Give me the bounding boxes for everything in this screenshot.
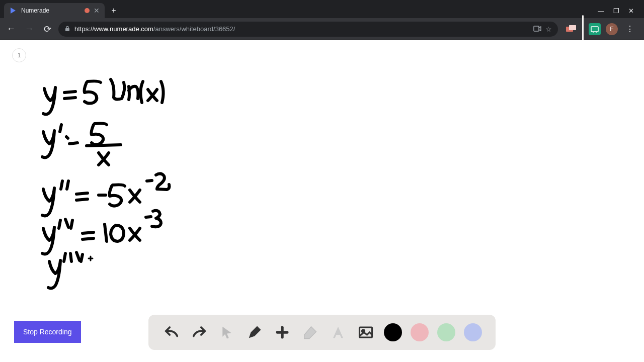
text-tool[interactable] <box>329 323 348 342</box>
color-blue[interactable] <box>464 323 482 341</box>
media-indicator-icon[interactable] <box>533 25 541 33</box>
url-text: https://www.numerade.com/answers/whitebo… <box>74 25 529 33</box>
nav-back-button[interactable]: ← <box>4 22 18 36</box>
profile-avatar[interactable]: F <box>606 23 618 35</box>
color-pink[interactable] <box>411 323 429 341</box>
svg-rect-2 <box>534 26 539 31</box>
tab-close-button[interactable]: ✕ <box>94 7 100 15</box>
handwriting-line-3 <box>42 173 170 216</box>
nav-reload-button[interactable]: ⟳ <box>40 22 54 36</box>
tab-recording-indicator <box>85 8 90 13</box>
svg-rect-6 <box>591 27 598 32</box>
page-content: 1 <box>0 40 644 362</box>
add-tool[interactable] <box>273 323 292 342</box>
toolbar-separator <box>582 15 584 43</box>
color-green[interactable] <box>437 323 455 341</box>
browser-tab[interactable]: Numerade ✕ <box>4 3 105 18</box>
window-controls: — ❐ ✕ <box>598 7 640 15</box>
window-close[interactable]: ✕ <box>628 7 634 15</box>
extension-icon-2[interactable] <box>589 23 601 35</box>
extension-icon-1[interactable] <box>565 23 577 35</box>
new-tab-button[interactable]: + <box>107 4 121 18</box>
svg-rect-1 <box>65 28 69 31</box>
pen-tool[interactable] <box>245 323 264 342</box>
url-scheme: https:// <box>74 25 94 33</box>
pointer-tool[interactable] <box>217 323 236 342</box>
browser-chrome: Numerade ✕ + — ❐ ✕ ← → ⟳ https://www.num… <box>0 0 644 40</box>
browser-menu-button[interactable]: ⋮ <box>623 24 637 34</box>
url-path: /answers/whiteboard/36652/ <box>153 25 235 33</box>
undo-button[interactable] <box>162 323 181 342</box>
nav-forward-button[interactable]: → <box>22 22 36 36</box>
bookmark-star-icon[interactable]: ☆ <box>545 25 552 33</box>
tab-bar: Numerade ✕ + — ❐ ✕ <box>0 0 644 18</box>
color-black[interactable] <box>384 323 402 341</box>
handwriting-line-5 <box>48 252 93 288</box>
handwriting-line-1 <box>43 79 164 114</box>
svg-rect-5 <box>569 25 576 30</box>
tab-favicon <box>9 7 17 15</box>
extensions-area: F ⋮ <box>562 15 640 43</box>
handwriting-line-4 <box>42 211 161 254</box>
whiteboard-canvas[interactable] <box>0 40 644 362</box>
whiteboard-toolbar <box>148 315 496 350</box>
lock-icon <box>64 26 70 33</box>
tab-title: Numerade <box>21 7 80 14</box>
stop-recording-button[interactable]: Stop Recording <box>14 321 81 343</box>
window-maximize[interactable]: ❐ <box>613 7 619 15</box>
window-minimize[interactable]: — <box>598 7 604 15</box>
redo-button[interactable] <box>190 323 209 342</box>
url-domain: www.numerade.com <box>94 25 153 33</box>
nav-bar: ← → ⟳ https://www.numerade.com/answers/w… <box>0 18 644 40</box>
handwriting-line-2 <box>42 123 121 165</box>
eraser-tool[interactable] <box>300 323 319 342</box>
svg-marker-0 <box>11 8 16 14</box>
image-tool[interactable] <box>356 323 375 342</box>
address-bar[interactable]: https://www.numerade.com/answers/whitebo… <box>58 22 558 37</box>
